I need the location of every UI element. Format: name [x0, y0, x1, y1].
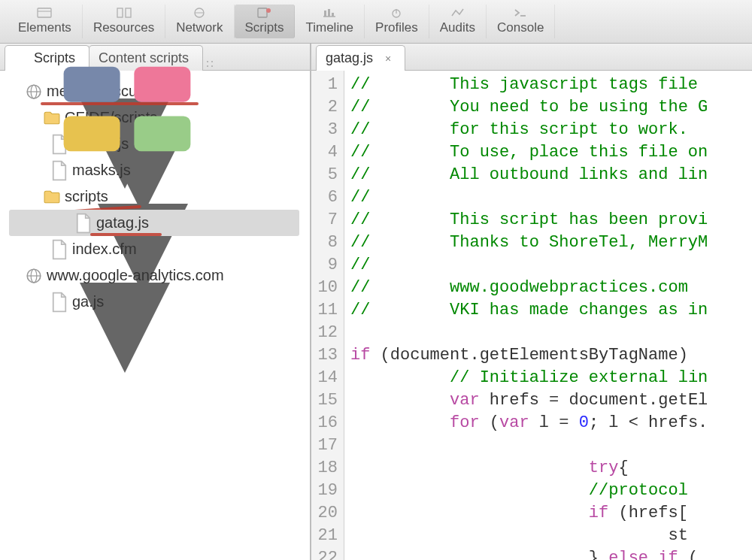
code-line[interactable]: var hrefs = document.getEl [350, 389, 752, 412]
svg-rect-10 [126, 8, 131, 17]
code-line[interactable]: // for this script to work. [350, 119, 752, 141]
editor-tab[interactable]: gatag.js × [316, 45, 405, 71]
code-line[interactable]: // VKI has made changes as in [350, 299, 752, 322]
resources-icon [116, 8, 132, 18]
toolbar-tab-console[interactable]: Console [487, 5, 555, 38]
code-line[interactable]: try{ [350, 457, 752, 480]
line-number: 17 [311, 434, 338, 457]
toolbar-label: Network [176, 20, 223, 35]
code-line[interactable]: // [350, 254, 752, 277]
code-line[interactable]: if (document.getElementsByTagName) [350, 344, 752, 367]
toolbar-label: Profiles [375, 20, 418, 35]
code-area[interactable]: // This javascript tags file// You need … [344, 71, 752, 560]
code-line[interactable]: if (hrefs[ [350, 502, 752, 525]
profiles-icon [388, 8, 405, 18]
elements-icon [36, 8, 53, 18]
line-number: 10 [311, 277, 338, 299]
toolbar-label: Audits [440, 20, 475, 35]
svg-point-14 [266, 8, 271, 13]
svg-rect-18 [332, 13, 334, 17]
tree-label: ga.js [72, 293, 104, 310]
code-line[interactable]: // This script has been provi [350, 209, 752, 232]
file-icon [51, 295, 68, 310]
svg-rect-17 [328, 9, 330, 17]
disclosure-triangle-icon[interactable] [12, 271, 21, 280]
code-line[interactable]: // Thanks to ShoreTel, MerryM [350, 232, 752, 254]
line-number: 9 [311, 254, 338, 277]
line-number: 19 [311, 480, 338, 502]
code-line[interactable]: st [350, 525, 752, 547]
code-line[interactable]: //protocol [350, 480, 752, 502]
tab-label: Scripts [34, 50, 75, 66]
line-number: 22 [311, 547, 338, 560]
toolbar-label: Timeline [305, 20, 353, 35]
console-icon [512, 8, 529, 18]
globe-icon [26, 268, 42, 283]
toolbar-tab-timeline[interactable]: Timeline [295, 5, 365, 38]
code-editor[interactable]: 1234567891011121314151617181920212223 //… [311, 71, 752, 560]
line-number: 11 [311, 299, 338, 322]
tree-label: index.cfm [72, 241, 137, 258]
svg-rect-7 [38, 8, 51, 17]
line-number: 8 [311, 232, 338, 254]
scripts-tab-icon [14, 53, 28, 65]
code-line[interactable]: for (var l = 0; l < hrefs. [350, 412, 752, 434]
line-number: 1 [311, 74, 338, 96]
tree-label: www.google-analytics.com [47, 267, 224, 284]
tree-label: gatag.js [96, 214, 149, 232]
code-line[interactable]: // You need to be using the G [350, 96, 752, 119]
toolbar-label: Scripts [245, 20, 284, 35]
toolbar-tab-network[interactable]: Network [165, 5, 234, 38]
line-number: 3 [311, 119, 338, 141]
toolbar-tab-elements[interactable]: Elements [8, 5, 83, 38]
svg-rect-13 [258, 8, 267, 17]
line-number: 5 [311, 164, 338, 186]
audits-icon [449, 8, 465, 18]
line-number: 14 [311, 367, 338, 389]
file-icon [75, 216, 92, 231]
close-icon[interactable]: × [385, 53, 391, 65]
code-line[interactable] [350, 322, 752, 344]
code-line[interactable] [350, 434, 752, 457]
tree-file[interactable]: ga.js [9, 289, 310, 315]
line-number: 4 [311, 141, 338, 164]
sidebar-tabbar: Scripts Content scripts [0, 44, 310, 71]
code-line[interactable]: // To use, place this file on [350, 141, 752, 164]
line-number: 15 [311, 389, 338, 412]
devtools-toolbar: Elements Resources Network Scripts Timel… [0, 0, 752, 44]
code-line[interactable]: // www.goodwebpractices.com [350, 277, 752, 299]
code-line[interactable]: } else if ( [350, 547, 752, 560]
code-line[interactable]: // [350, 186, 752, 209]
toolbar-tab-profiles[interactable]: Profiles [365, 5, 429, 38]
line-number: 21 [311, 525, 338, 547]
code-line[interactable]: // All outbound links and lin [350, 164, 752, 186]
network-icon [191, 8, 208, 18]
line-number: 2 [311, 96, 338, 119]
line-number: 12 [311, 322, 338, 344]
line-number: 20 [311, 502, 338, 525]
toolbar-label: Resources [93, 20, 154, 35]
disclosure-triangle-icon[interactable] [30, 192, 39, 201]
code-line[interactable]: // Initialize external lin [350, 367, 752, 389]
line-number: 6 [311, 186, 338, 209]
tab-label: gatag.js [326, 50, 373, 66]
line-number: 7 [311, 209, 338, 232]
timeline-icon [321, 8, 338, 18]
svg-rect-16 [324, 11, 326, 17]
toolbar-label: Elements [18, 20, 71, 35]
svg-rect-9 [117, 8, 123, 17]
line-number: 16 [311, 412, 338, 434]
toolbar-label: Console [497, 20, 544, 35]
line-number: 13 [311, 344, 338, 367]
code-line[interactable]: // This javascript tags file [350, 74, 752, 96]
toolbar-tab-audits[interactable]: Audits [429, 5, 487, 38]
tab-scripts[interactable]: Scripts [5, 45, 89, 71]
sidebar: Scripts Content scripts members.ccul.org… [0, 44, 311, 560]
toolbar-tab-scripts[interactable]: Scripts [235, 5, 296, 38]
main-pane: gatag.js × 12345678910111213141516171819… [311, 44, 752, 560]
editor-tabbar: gatag.js × [311, 44, 752, 71]
toolbar-tab-resources[interactable]: Resources [83, 5, 165, 38]
scripts-icon [256, 8, 272, 18]
line-number: 18 [311, 457, 338, 480]
line-gutter: 1234567891011121314151617181920212223 [311, 71, 344, 560]
